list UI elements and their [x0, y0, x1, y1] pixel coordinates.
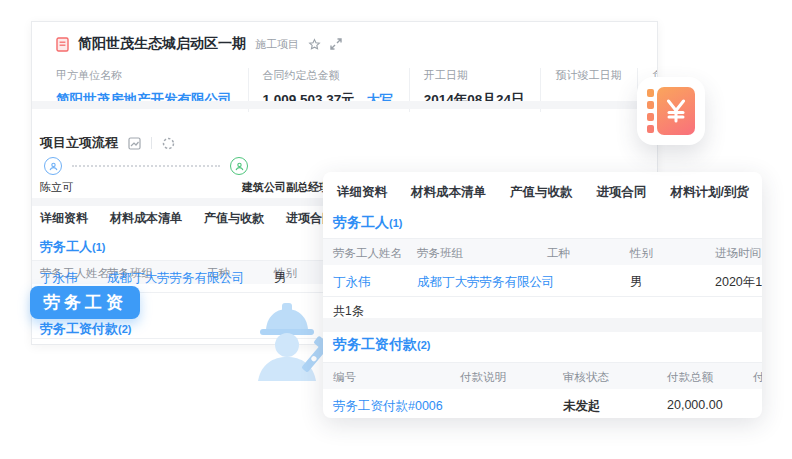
flow-title-row: 项目立项流程 — [40, 134, 175, 152]
document-icon — [56, 37, 69, 52]
section-divider — [32, 101, 657, 109]
tab-material-cost[interactable]: 材料成本清单 — [110, 210, 182, 227]
project-type-label: 施工项目 — [255, 37, 299, 52]
ledger-binding-icon — [647, 87, 654, 135]
tab-details[interactable]: 详细资料 — [337, 184, 387, 201]
rule — [323, 296, 762, 297]
window-header: 简阳世茂生态城启动区一期 施工项目 — [32, 22, 657, 60]
worker-gender: 男 — [274, 270, 287, 287]
payments-section-heading: 劳务工资付款(2) — [40, 320, 131, 338]
flow-chart-icon[interactable] — [128, 137, 141, 150]
worker-gender: 男 — [630, 274, 643, 291]
flow-title: 项目立项流程 — [40, 134, 118, 152]
approver-avatar-icon[interactable] — [230, 157, 248, 175]
page: 简阳世茂生态城启动区一期 施工项目 甲方单位名称 简阳世茂房地产开发有限公司 合… — [0, 0, 792, 459]
panel-workers-table-header: 劳务工人姓名 劳务班组 工种 性别 进场时间 — [323, 239, 762, 265]
payment-amount: 20,000.00 — [667, 398, 723, 412]
expand-icon[interactable] — [330, 38, 342, 50]
labor-wages-badge[interactable]: 劳务工资 — [30, 286, 140, 319]
panel-payments-heading: 劳务工资付款(2) — [333, 336, 430, 354]
worker-team-link[interactable]: 成都丁大劳劳务有限公司 — [417, 274, 555, 291]
divider — [151, 137, 152, 149]
worker-team-link[interactable]: 成都丁大劳劳务有限公司 — [107, 270, 245, 287]
user-avatar-icon[interactable] — [44, 157, 62, 175]
tab-material-plan[interactable]: 材料计划/到货 — [671, 184, 749, 201]
yuan-ledger-card — [637, 77, 705, 145]
worker-entry-date: 2020年10月 — [715, 274, 762, 291]
refresh-icon[interactable] — [162, 137, 175, 150]
flow-dotted-line — [72, 165, 220, 167]
payment-no-link[interactable]: 劳务工资付款#0006 — [333, 398, 443, 415]
project-title: 简阳世茂生态城启动区一期 — [78, 35, 246, 53]
tab-details[interactable]: 详细资料 — [40, 210, 88, 227]
worker-name-link[interactable]: 丁永伟 — [40, 270, 78, 287]
yuan-ledger-icon — [647, 87, 695, 135]
tab-output-receipts[interactable]: 产值与收款 — [204, 210, 264, 227]
tab-material-cost[interactable]: 材料成本清单 — [411, 184, 486, 201]
tab-input-contracts[interactable]: 进项合同 — [597, 184, 647, 201]
yen-symbol-icon — [657, 87, 695, 135]
workers-section-heading: 劳务工人(1) — [40, 238, 105, 256]
flow-start-name: 陈立可 — [40, 180, 73, 195]
panel-payments-table-header: 编号 付款说明 审核状态 付款总额 付 — [323, 363, 762, 389]
worker-name-link[interactable]: 丁永伟 — [333, 274, 371, 291]
panel-workers-heading: 劳务工人(1) — [333, 214, 402, 232]
tab-output-receipts[interactable]: 产值与收款 — [510, 184, 573, 201]
payment-status: 未发起 — [563, 398, 601, 415]
section-divider — [323, 318, 762, 332]
labor-detail-panel: 详细资料 材料成本清单 产值与收款 进项合同 材料计划/到货 劳务工人 劳务工人… — [323, 172, 762, 418]
star-icon[interactable] — [308, 38, 321, 51]
approval-flow — [44, 157, 248, 175]
panel-tabs: 详细资料 材料成本清单 产值与收款 进项合同 材料计划/到货 劳务工人 — [337, 184, 762, 201]
